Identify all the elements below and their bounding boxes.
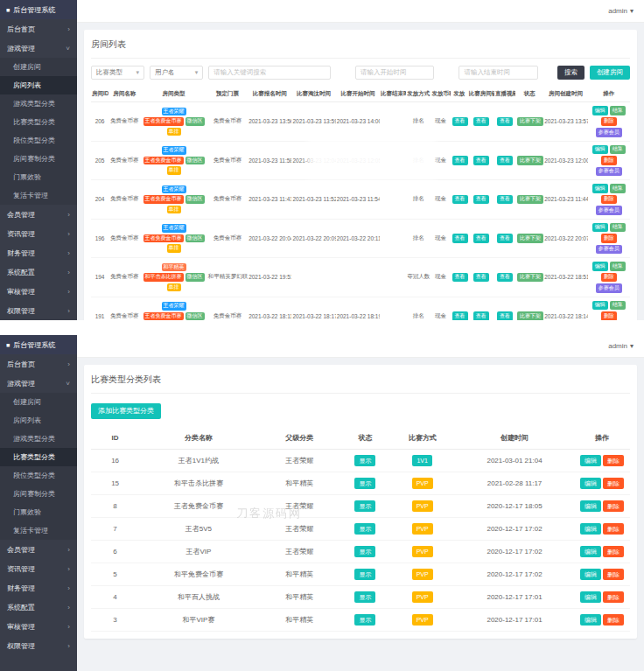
distribute-view-button[interactable]: 查看: [452, 117, 468, 127]
settle-button[interactable]: 结算: [610, 301, 626, 311]
status-badge[interactable]: 比赛下架: [517, 117, 543, 127]
edit-button[interactable]: 编辑: [580, 614, 601, 626]
distribute-view-button[interactable]: 查看: [452, 311, 468, 320]
delete-button[interactable]: 删除: [603, 546, 624, 557]
delete-button[interactable]: 删除: [603, 591, 624, 603]
search-button[interactable]: 搜索: [557, 66, 584, 80]
status-badge[interactable]: 显示: [354, 478, 375, 489]
sidebar-subitem-游戏类型分类[interactable]: 游戏类型分类: [0, 430, 77, 448]
live-video-view-button[interactable]: 查看: [497, 195, 513, 205]
sidebar-item-资讯管理[interactable]: 资讯管理›: [0, 559, 77, 578]
delete-button[interactable]: 删除: [601, 117, 617, 127]
delete-button[interactable]: 删除: [601, 234, 617, 243]
delete-button[interactable]: 删除: [601, 195, 617, 205]
mode-badge[interactable]: 1V1: [412, 455, 431, 466]
delete-button[interactable]: 删除: [603, 455, 624, 466]
sidebar-subitem-房间赛制分类[interactable]: 房间赛制分类: [0, 485, 77, 503]
sidebar-item-游戏管理[interactable]: 游戏管理˅: [0, 374, 77, 393]
members-button[interactable]: 参赛会员: [596, 283, 622, 293]
live-video-view-button[interactable]: 查看: [497, 117, 513, 127]
sidebar-item-审核管理[interactable]: 审核管理›: [0, 617, 77, 636]
status-badge[interactable]: 显示: [354, 523, 375, 535]
sidebar-item-游戏管理[interactable]: 游戏管理˅: [0, 38, 77, 58]
delete-button[interactable]: 删除: [601, 156, 617, 165]
delete-button[interactable]: 删除: [603, 569, 624, 580]
start-time-input[interactable]: 请输入开始时间: [355, 66, 435, 80]
room-link-view-button[interactable]: 查看: [473, 195, 489, 205]
edit-button[interactable]: 编辑: [580, 591, 601, 603]
end-time-input[interactable]: 请输入结束时间: [458, 66, 538, 80]
status-badge[interactable]: 显示: [354, 455, 375, 466]
status-badge[interactable]: 显示: [354, 546, 375, 557]
distribute-view-button[interactable]: 查看: [452, 195, 468, 205]
sidebar-subitem-房间列表[interactable]: 房间列表: [0, 411, 77, 430]
sidebar-item-权限管理[interactable]: 权限管理›: [0, 301, 77, 320]
edit-button[interactable]: 编辑: [592, 301, 608, 311]
edit-button[interactable]: 编辑: [592, 262, 608, 271]
sidebar-item-后台首页[interactable]: 后台首页›: [0, 19, 77, 38]
status-badge[interactable]: 显示: [354, 614, 375, 626]
settle-button[interactable]: 结算: [610, 223, 626, 233]
sidebar-subitem-段位类型分类[interactable]: 段位类型分类: [0, 466, 77, 485]
delete-button[interactable]: 删除: [603, 614, 624, 626]
mode-badge[interactable]: PVP: [412, 500, 433, 512]
members-button[interactable]: 参赛会员: [596, 167, 622, 177]
distribute-view-button[interactable]: 查看: [452, 273, 468, 283]
live-video-view-button[interactable]: 查看: [497, 156, 513, 165]
sidebar-item-审核管理[interactable]: 审核管理›: [0, 282, 77, 301]
sidebar-subitem-比赛类型分类[interactable]: 比赛类型分类: [0, 113, 77, 131]
status-badge[interactable]: 比赛下架: [517, 156, 543, 165]
add-match-type-button[interactable]: 添加比赛类型分类: [91, 403, 161, 419]
sidebar-subitem-门票效验[interactable]: 门票效验: [0, 168, 77, 186]
sidebar-item-会员管理[interactable]: 会员管理›: [0, 540, 77, 559]
live-video-view-button[interactable]: 查看: [497, 311, 513, 320]
status-badge[interactable]: 比赛下架: [517, 311, 543, 320]
edit-button[interactable]: 编辑: [580, 478, 601, 489]
delete-button[interactable]: 删除: [603, 500, 624, 512]
edit-button[interactable]: 编辑: [592, 223, 608, 233]
members-button[interactable]: 参赛会员: [596, 245, 622, 255]
sidebar-item-权限管理[interactable]: 权限管理›: [0, 636, 77, 655]
edit-button[interactable]: 编辑: [580, 455, 601, 466]
status-badge[interactable]: 比赛下架: [517, 273, 543, 283]
mode-badge[interactable]: PVP: [412, 614, 433, 626]
username-select[interactable]: 用户名 ▾: [150, 66, 203, 80]
settle-button[interactable]: 结算: [610, 262, 626, 271]
members-button[interactable]: 参赛会员: [596, 128, 622, 137]
sidebar-item-财务管理[interactable]: 财务管理›: [0, 243, 77, 262]
edit-button[interactable]: 编辑: [580, 569, 601, 580]
edit-button[interactable]: 编辑: [592, 184, 608, 193]
edit-button[interactable]: 编辑: [580, 546, 601, 557]
admin-user-menu[interactable]: admin: [608, 7, 627, 15]
sidebar-item-系统配置[interactable]: 系统配置›: [0, 598, 77, 617]
status-badge[interactable]: 显示: [354, 569, 375, 580]
delete-button[interactable]: 删除: [601, 273, 617, 283]
sidebar-item-系统配置[interactable]: 系统配置›: [0, 262, 77, 282]
sidebar-subitem-房间赛制分类[interactable]: 房间赛制分类: [0, 150, 77, 168]
mode-badge[interactable]: PVP: [412, 569, 433, 580]
mode-badge[interactable]: PVP: [412, 478, 433, 489]
delete-button[interactable]: 删除: [603, 478, 624, 489]
status-badge[interactable]: 显示: [354, 500, 375, 512]
match-type-select[interactable]: 比赛类型 ▾: [91, 66, 144, 80]
members-button[interactable]: 参赛会员: [596, 206, 622, 215]
sidebar-subitem-创建房间[interactable]: 创建房间: [0, 393, 77, 411]
delete-button[interactable]: 删除: [603, 523, 624, 535]
edit-button[interactable]: 编辑: [592, 145, 608, 155]
sidebar-subitem-门票效验[interactable]: 门票效验: [0, 503, 77, 521]
status-badge[interactable]: 比赛下架: [517, 234, 543, 243]
sidebar-subitem-复活卡管理[interactable]: 复活卡管理: [0, 186, 77, 205]
sidebar-subitem-游戏类型分类[interactable]: 游戏类型分类: [0, 94, 77, 113]
live-video-view-button[interactable]: 查看: [497, 273, 513, 283]
room-link-view-button[interactable]: 查看: [473, 234, 489, 243]
sidebar-subitem-段位类型分类[interactable]: 段位类型分类: [0, 131, 77, 150]
distribute-view-button[interactable]: 查看: [452, 156, 468, 165]
room-link-view-button[interactable]: 查看: [473, 273, 489, 283]
sidebar-subitem-房间列表[interactable]: 房间列表: [0, 76, 77, 94]
status-badge[interactable]: 比赛下架: [517, 195, 543, 205]
mode-badge[interactable]: PVP: [412, 523, 433, 535]
sidebar-item-资讯管理[interactable]: 资讯管理›: [0, 224, 77, 243]
distribute-view-button[interactable]: 查看: [452, 234, 468, 243]
settle-button[interactable]: 结算: [610, 145, 626, 155]
live-video-view-button[interactable]: 查看: [497, 234, 513, 243]
